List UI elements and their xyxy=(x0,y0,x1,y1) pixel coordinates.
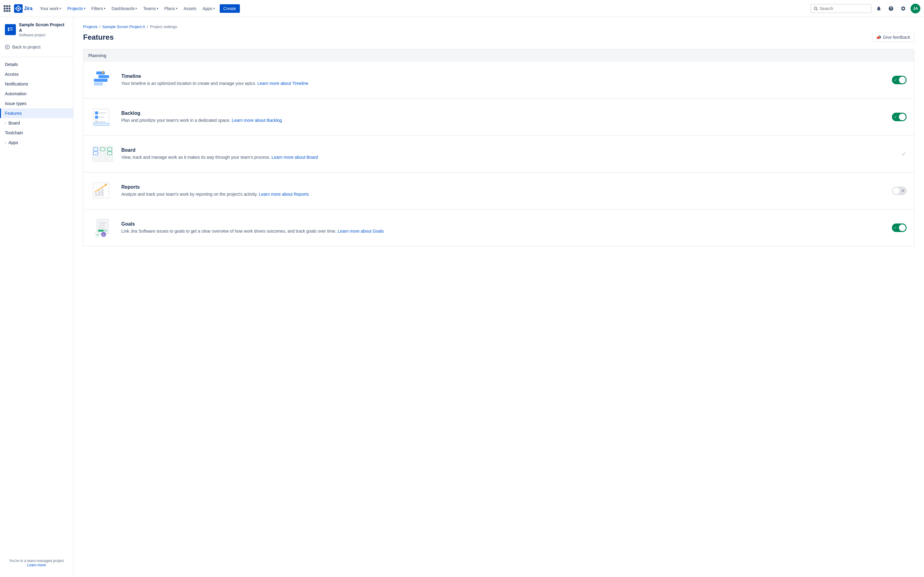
svg-rect-5 xyxy=(10,30,13,30)
goals-learn-more-link[interactable]: Learn more about Goals xyxy=(338,229,384,234)
svg-rect-32 xyxy=(101,189,103,196)
help-button[interactable] xyxy=(886,4,896,13)
help-icon xyxy=(888,6,894,11)
sidebar-project: Sample Scrum Project A Software project xyxy=(0,22,73,42)
board-learn-more-link[interactable]: Learn more about Board xyxy=(271,155,318,160)
backlog-learn-more-link[interactable]: Learn more about Backlog xyxy=(232,118,282,123)
svg-rect-35 xyxy=(99,222,107,224)
timeline-learn-more-link[interactable]: Learn more about Timeline xyxy=(257,81,308,86)
create-button[interactable]: Create xyxy=(220,4,240,13)
logo-text: Jira xyxy=(24,6,32,11)
nav-projects[interactable]: Projects ▾ xyxy=(65,4,88,13)
nav-teams[interactable]: Teams ▾ xyxy=(141,4,160,13)
nav-your-work[interactable]: Your work ▾ xyxy=(37,4,63,13)
search-icon xyxy=(814,6,818,11)
chevron-down-icon: ▾ xyxy=(60,7,61,10)
svg-rect-16 xyxy=(95,116,98,119)
svg-rect-28 xyxy=(108,152,112,155)
search-box[interactable] xyxy=(810,4,871,13)
sidebar-item-features[interactable]: Features xyxy=(0,108,73,118)
toggle-knob xyxy=(899,224,906,231)
feature-card-goals: ⊕ ◎ Goals Link Jira Software issues to g… xyxy=(83,210,914,247)
settings-button[interactable] xyxy=(898,4,908,13)
chevron-down-icon: ▾ xyxy=(157,7,158,10)
learn-more-link[interactable]: Learn more xyxy=(27,563,46,567)
svg-rect-30 xyxy=(95,193,97,196)
sidebar-item-toolchain[interactable]: Toolchain xyxy=(0,128,73,138)
feature-name-goals: Goals xyxy=(121,221,885,227)
reports-learn-more-link[interactable]: Learn more about Reports xyxy=(259,192,309,197)
breadcrumb-separator: / xyxy=(147,24,148,29)
app-switcher[interactable] xyxy=(4,5,10,12)
svg-rect-3 xyxy=(10,28,13,28)
svg-rect-26 xyxy=(100,148,105,151)
svg-rect-17 xyxy=(99,117,104,118)
check-only-icon: ✓ xyxy=(901,150,906,158)
svg-rect-14 xyxy=(95,111,98,114)
feature-desc-goals: Link Jira Software issues to goals to ge… xyxy=(121,228,885,234)
project-info: Sample Scrum Project A Software project xyxy=(19,22,68,37)
jira-logo[interactable]: Jira xyxy=(14,4,32,13)
search-input[interactable] xyxy=(820,6,868,11)
svg-rect-2 xyxy=(8,28,10,29)
chevron-down-icon: ▾ xyxy=(213,7,215,10)
nav-apps[interactable]: Apps ▾ xyxy=(200,4,217,13)
svg-rect-4 xyxy=(8,30,10,31)
feature-name-reports: Reports xyxy=(121,184,885,190)
svg-point-6 xyxy=(5,45,9,49)
sidebar-item-details[interactable]: Details xyxy=(0,60,73,69)
expand-icon: › xyxy=(5,141,6,144)
top-navigation: Jira Your work ▾ Projects ▾ Filters ▾ Da… xyxy=(0,0,924,17)
svg-point-1 xyxy=(18,8,19,9)
feature-name-board: Board xyxy=(121,147,885,153)
check-icon: ✓ xyxy=(894,226,897,230)
feature-card-reports: Reports Analyze and track your team's wo… xyxy=(83,172,914,210)
nav-dashboards[interactable]: Dashboards ▾ xyxy=(109,4,140,13)
toggle-knob xyxy=(899,114,906,120)
sidebar-item-access[interactable]: Access xyxy=(0,69,73,79)
back-icon xyxy=(5,45,10,50)
feature-card-backlog: Backlog Plan and prioritize your team's … xyxy=(83,98,914,135)
avatar[interactable]: JA xyxy=(911,4,920,13)
give-feedback-button[interactable]: 📣 Give feedback xyxy=(872,33,914,42)
bell-icon xyxy=(876,6,882,11)
main-layout: Sample Scrum Project A Software project … xyxy=(0,17,924,577)
notifications-button[interactable] xyxy=(874,4,884,13)
goals-icon: ⊕ ◎ xyxy=(91,217,115,239)
nav-right-section: JA xyxy=(810,4,920,13)
breadcrumb-project[interactable]: Sample Scrum Project A xyxy=(102,24,145,29)
sidebar-item-automation[interactable]: Automation xyxy=(0,89,73,98)
breadcrumb-current: Project settings xyxy=(150,24,177,29)
svg-rect-15 xyxy=(99,112,106,114)
nav-plans[interactable]: Plans ▾ xyxy=(162,4,180,13)
timeline-icon xyxy=(91,69,115,91)
sidebar-item-apps[interactable]: › Apps xyxy=(0,138,73,147)
breadcrumb: Projects / Sample Scrum Project A / Proj… xyxy=(83,24,914,29)
sidebar-item-notifications[interactable]: Notifications xyxy=(0,79,73,89)
breadcrumb-projects[interactable]: Projects xyxy=(83,24,97,29)
main-content: Projects / Sample Scrum Project A / Proj… xyxy=(73,17,924,577)
check-icon: ✓ xyxy=(894,78,897,82)
timeline-toggle[interactable]: ✓ xyxy=(892,76,906,84)
expand-icon: › xyxy=(5,121,6,125)
feature-info-board: Board View, track and manage work as it … xyxy=(121,147,885,161)
breadcrumb-separator: / xyxy=(99,24,100,29)
backlog-toggle[interactable]: ✓ xyxy=(892,113,906,121)
nav-filters[interactable]: Filters ▾ xyxy=(89,4,108,13)
feature-desc-backlog: Plan and prioritize your team's work in … xyxy=(121,117,885,124)
feature-toggle-timeline: ✓ xyxy=(891,76,906,84)
back-to-project[interactable]: Back to project xyxy=(0,42,73,52)
sidebar-item-issue-types[interactable]: Issue types xyxy=(0,98,73,108)
feature-toggle-board: ✓ xyxy=(891,150,906,158)
feature-desc-timeline: Your timeline is an optimized location t… xyxy=(121,80,885,87)
reports-toggle[interactable]: ✕ xyxy=(892,187,906,195)
project-type: Software project xyxy=(19,33,68,37)
svg-rect-24 xyxy=(94,148,98,151)
nav-assets[interactable]: Assets xyxy=(181,4,199,13)
chevron-down-icon: ▾ xyxy=(104,7,105,10)
goals-toggle[interactable]: ✓ xyxy=(892,224,906,232)
svg-rect-20 xyxy=(94,123,109,126)
feature-info-timeline: Timeline Your timeline is an optimized l… xyxy=(121,74,885,87)
svg-rect-7 xyxy=(94,79,108,82)
sidebar-item-board[interactable]: › Board xyxy=(0,118,73,128)
